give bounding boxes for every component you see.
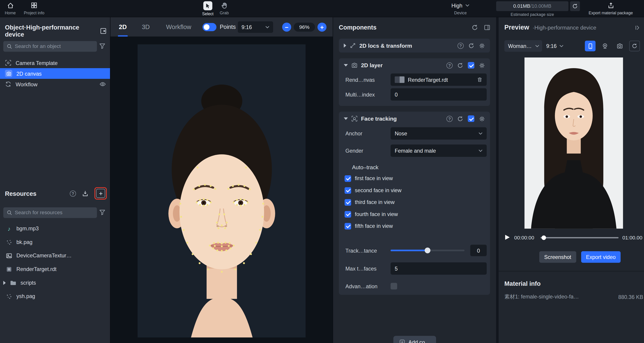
auto-track-option-5[interactable]: fifth face in view: [339, 220, 490, 232]
preview-video-frame: [524, 57, 623, 229]
resource-item-bgm[interactable]: ♪ bgm.mp3: [0, 222, 110, 235]
resource-item-ysh-pag[interactable]: ysh.pag: [0, 289, 110, 303]
trash-icon[interactable]: [477, 77, 482, 82]
points-toggle[interactable]: [202, 23, 216, 31]
webcam-preview-button[interactable]: [600, 41, 610, 51]
canvas-viewport[interactable]: [138, 44, 306, 337]
gear-icon[interactable]: [479, 42, 485, 49]
resource-filter-button[interactable]: [99, 209, 106, 216]
resource-search-box[interactable]: [3, 207, 97, 218]
device-quality-dropdown[interactable]: High Device: [443, 1, 478, 15]
play-button[interactable]: [505, 235, 510, 240]
resource-item-bk-pag[interactable]: bk.pag: [0, 235, 110, 249]
advanced-config-checkbox[interactable]: [391, 283, 397, 289]
total-time: 01:00.00: [622, 235, 642, 241]
screenshot-button[interactable]: Screenshot: [539, 251, 576, 263]
gear-icon[interactable]: [479, 116, 485, 122]
auto-track-option-4[interactable]: fourth face in view: [339, 208, 490, 220]
playback-track[interactable]: [540, 237, 618, 238]
camera-preview-button[interactable]: [614, 41, 625, 51]
package-caption: Estimated package size: [510, 12, 554, 17]
help-icon[interactable]: [458, 42, 464, 49]
playback-slider[interactable]: [540, 232, 618, 243]
import-resource-button[interactable]: [82, 190, 89, 197]
add-component-button[interactable]: Add co…: [393, 336, 436, 343]
home-icon: [7, 1, 14, 9]
export-caption: Export material package: [588, 11, 633, 15]
locate-object-icon[interactable]: [100, 27, 107, 34]
resources-help-icon[interactable]: [70, 190, 76, 197]
reset-components-icon[interactable]: [472, 24, 478, 31]
reset-icon[interactable]: [457, 62, 463, 68]
object-search-box[interactable]: [3, 41, 97, 52]
zoom-in-button[interactable]: +: [318, 22, 326, 31]
checkbox-checked[interactable]: [344, 175, 351, 182]
render-target-field[interactable]: RenderTarget.rdt: [391, 74, 487, 86]
gear-icon[interactable]: [479, 62, 485, 68]
zoom-out-button[interactable]: −: [282, 22, 291, 31]
resource-label: RenderTarget.rdt: [16, 266, 56, 272]
tree-item-2d-canvas[interactable]: 2D canvas: [0, 68, 110, 79]
gender-dropdown[interactable]: Female and male: [391, 144, 487, 157]
object-search-input[interactable]: [15, 44, 94, 49]
export-video-button[interactable]: Export video: [581, 251, 620, 263]
tree-item-label: Camera Template: [16, 60, 58, 66]
section-enabled-checkbox[interactable]: [468, 115, 474, 122]
select-tool-button[interactable]: Select: [200, 1, 216, 16]
resource-item-scripts-folder[interactable]: scripts: [0, 276, 110, 290]
auto-track-option-1[interactable]: first face in view: [339, 172, 490, 184]
auto-track-option-2[interactable]: second face in view: [339, 184, 490, 196]
grab-tool-button[interactable]: Grab: [217, 1, 232, 15]
project-info-button[interactable]: Project info: [20, 1, 48, 15]
phone-preview-button[interactable]: [585, 41, 596, 51]
multi-index-input[interactable]: 0: [391, 88, 487, 101]
object-filter-button[interactable]: [99, 43, 106, 49]
checkbox-checked[interactable]: [344, 187, 351, 194]
collapse-panel-icon[interactable]: [634, 24, 640, 31]
aspect-ratio-select[interactable]: 9:16: [238, 21, 273, 33]
resource-item-render-target[interactable]: RenderTarget.rdt: [0, 262, 110, 276]
resource-item-device-camera-texture[interactable]: DeviceCameraTextur…: [0, 249, 110, 262]
playback-knob[interactable]: [541, 236, 546, 240]
eye-icon[interactable]: [99, 81, 106, 87]
preview-model-dropdown[interactable]: Woman…: [504, 40, 542, 52]
help-icon[interactable]: [446, 62, 453, 68]
tree-item-camera-template[interactable]: Camera Template: [0, 57, 110, 68]
resource-label: ysh.pag: [16, 293, 35, 299]
slider-knob[interactable]: [425, 248, 430, 253]
refresh-icon: [570, 1, 580, 11]
anchor-dropdown[interactable]: Nose: [391, 127, 487, 139]
collapse-caret-icon[interactable]: [344, 117, 348, 120]
collapse-caret-icon[interactable]: [344, 64, 348, 66]
tracking-distance-value[interactable]: 0: [470, 245, 486, 256]
checkbox-checked[interactable]: [344, 223, 351, 229]
grab-tool-label: Grab: [220, 11, 229, 15]
tab-workflow[interactable]: Workflow: [163, 17, 194, 36]
refresh-preview-button[interactable]: [629, 41, 640, 51]
reset-icon[interactable]: [468, 42, 474, 49]
slider-fill: [391, 250, 428, 251]
tab-2d[interactable]: 2D: [117, 17, 128, 36]
checkbox-checked[interactable]: [344, 199, 351, 206]
section-enabled-checkbox[interactable]: [468, 62, 474, 69]
preview-aspect-dropdown[interactable]: 9:16: [546, 43, 564, 49]
device-quality-value: High: [452, 2, 462, 8]
help-icon[interactable]: [446, 116, 453, 122]
panel-layout-icon[interactable]: [484, 24, 490, 31]
max-faces-input[interactable]: 5: [391, 262, 487, 275]
tree-item-workflow[interactable]: Workflow: [0, 79, 110, 89]
auto-track-option-3[interactable]: third face in view: [339, 196, 490, 208]
auto-track-label: Auto–track: [339, 162, 490, 172]
object-panel-title: Object·High-performance device: [5, 24, 98, 38]
reset-icon[interactable]: [457, 116, 463, 122]
expand-caret-icon[interactable]: [3, 281, 6, 285]
package-refresh-button[interactable]: [570, 1, 580, 11]
expand-caret-icon[interactable]: [344, 44, 346, 48]
resource-search-input[interactable]: [15, 210, 94, 216]
tracking-distance-slider[interactable]: [391, 250, 464, 251]
export-package-button[interactable]: Export material package: [583, 1, 638, 15]
checkbox-checked[interactable]: [344, 211, 351, 217]
tab-3d[interactable]: 3D: [140, 17, 152, 36]
home-button[interactable]: Home: [2, 1, 18, 15]
add-resource-button[interactable]: [96, 189, 105, 198]
